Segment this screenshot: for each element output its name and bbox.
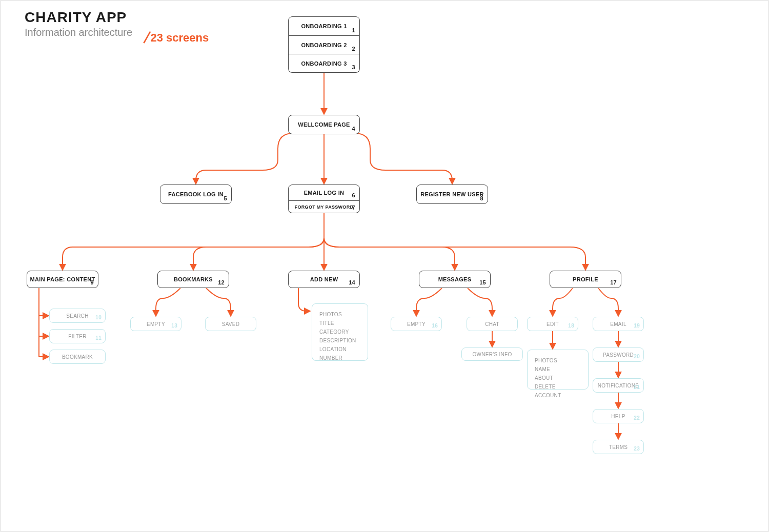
sub-profile-password: PASSWORD20: [593, 347, 644, 362]
sub-profile-email: EMAIL19: [593, 317, 644, 331]
diagram-canvas: CHARITY APP Information architecture /23…: [0, 0, 769, 532]
node-profile: PROFILE17: [550, 271, 621, 288]
sub-add-new-fields: PHOTOS TITLE CATEGORY DESCRIPTION LOCATI…: [312, 303, 368, 361]
sub-profile-notifications: NOTIFICATIONS21: [593, 378, 644, 393]
sub-profile-terms: TERMS23: [593, 440, 644, 454]
sub-profile-edit: EDIT18: [527, 317, 578, 331]
node-messages: MESSAGES15: [419, 271, 491, 288]
node-forgot-password: FORGOT MY PASSWORD7: [288, 201, 360, 213]
sub-bookmarks-saved: SAVED: [205, 317, 256, 331]
node-onboarding-2: ONBOARDING 22: [288, 36, 360, 54]
node-email-login: EMAIL LOG IN6: [288, 185, 360, 201]
node-facebook-login: FACEBOOK LOG IN5: [160, 185, 232, 204]
sub-filter: FILTER11: [49, 329, 106, 343]
node-welcome: WELLCOME PAGE4: [288, 115, 360, 134]
node-register-user: REGISTER NEW USER8: [416, 185, 488, 204]
sub-edit-fields: PHOTOS NAME ABOUT DELETE ACCOUNT: [527, 350, 589, 390]
node-main-page: MAIN PAGE: CONTENT9: [27, 271, 98, 288]
node-bookmarks: BOOKMARKS12: [157, 271, 229, 288]
sub-bookmark: BOOKMARK: [49, 350, 106, 364]
sub-profile-help: HELP22: [593, 409, 644, 423]
sub-messages-chat: CHAT: [467, 317, 518, 331]
node-add-new: ADD NEW14: [288, 271, 360, 288]
sub-owners-info: OWNER'S INFO: [461, 347, 523, 361]
sub-messages-empty: EMPTY16: [391, 317, 442, 331]
screen-count: /23 screens: [145, 26, 209, 46]
screen-count-text: 23 screens: [150, 31, 209, 44]
header: CHARITY APP Information architecture: [25, 9, 132, 38]
add-new-fields-list: PHOTOS TITLE CATEGORY DESCRIPTION LOCATI…: [319, 310, 356, 362]
sub-search: SEARCH10: [49, 309, 106, 323]
node-onboarding-1: ONBOARDING 11: [288, 16, 360, 36]
page-title: CHARITY APP: [25, 9, 132, 26]
node-onboarding-3: ONBOARDING 33: [288, 54, 360, 73]
connectors: [1, 1, 769, 532]
sub-bookmarks-empty: EMPTY13: [130, 317, 181, 331]
page-subtitle: Information architecture: [25, 27, 132, 38]
edit-fields-list: PHOTOS NAME ABOUT DELETE ACCOUNT: [535, 356, 581, 400]
